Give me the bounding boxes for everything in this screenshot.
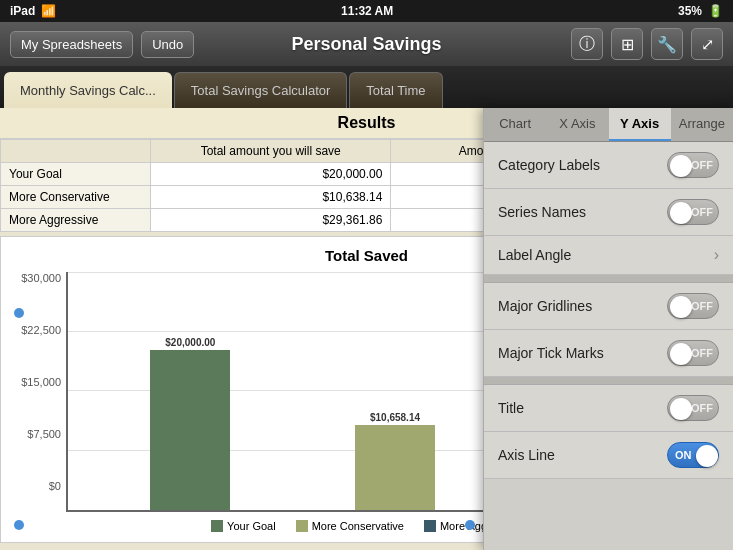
legend-label-goal: Your Goal (227, 520, 276, 532)
series-names-label: Series Names (498, 204, 586, 220)
col-header-total: Total amount you will save (151, 140, 391, 163)
category-labels-toggle-text: OFF (691, 159, 713, 171)
major-tick-marks-toggle-thumb (670, 343, 692, 365)
axis-line-label: Axis Line (498, 447, 555, 463)
fullscreen-button[interactable]: ⤢ (691, 28, 723, 60)
battery-icon: 🔋 (708, 4, 723, 18)
row-label-goal: Your Goal (1, 163, 151, 186)
selection-handle-br[interactable] (465, 520, 475, 530)
panel-tab-y-axis[interactable]: Y Axis (609, 108, 671, 141)
battery-label: 35% (678, 4, 702, 18)
bar-group-conservative: $10,658.14 (355, 412, 435, 510)
series-names-toggle-thumb (670, 202, 692, 224)
panel-tab-bar: Chart X Axis Y Axis Arrange (484, 108, 733, 142)
title-toggle-text: OFF (691, 402, 713, 414)
main-content: Results Total amount you will save Amoun… (0, 108, 733, 550)
legend-label-conservative: More Conservative (312, 520, 404, 532)
axis-line-toggle-text: ON (675, 449, 692, 461)
row-total-goal: $20,000.00 (151, 163, 391, 186)
panel-row-major-gridlines: Major Gridlines OFF (484, 283, 733, 330)
device-label: iPad (10, 4, 35, 18)
status-bar: iPad 📶 11:32 AM 35% 🔋 (0, 0, 733, 22)
info-icon: ⓘ (579, 34, 595, 55)
image-icon: ⊞ (621, 35, 634, 54)
panel-spacer-1 (484, 275, 733, 283)
panel-tab-y-axis-label: Y Axis (620, 116, 659, 131)
bar-conservative (355, 425, 435, 510)
toolbar: My Spreadsheets Undo Personal Savings ⓘ … (0, 22, 733, 66)
series-names-toggle[interactable]: OFF (667, 199, 719, 225)
fullscreen-icon: ⤢ (701, 35, 714, 54)
tab-total-savings[interactable]: Total Savings Calculator (174, 72, 347, 108)
major-tick-marks-toggle[interactable]: OFF (667, 340, 719, 366)
bar-group-goal: $20,000.00 (150, 337, 230, 510)
row-total-aggressive: $29,361.86 (151, 209, 391, 232)
panel-row-major-tick-marks: Major Tick Marks OFF (484, 330, 733, 377)
label-angle-label: Label Angle (498, 247, 571, 263)
axis-line-toggle-thumb (696, 445, 718, 467)
bar-label-goal: $20,000.00 (165, 337, 215, 348)
title-label: Title (498, 400, 524, 416)
info-button[interactable]: ⓘ (571, 28, 603, 60)
time-display: 11:32 AM (341, 4, 393, 18)
panel-row-series-names: Series Names OFF (484, 189, 733, 236)
status-left: iPad 📶 (10, 4, 56, 18)
title-toggle[interactable]: OFF (667, 395, 719, 421)
y-label-4: $0 (11, 480, 61, 492)
bar-goal (150, 350, 230, 510)
major-tick-marks-toggle-text: OFF (691, 347, 713, 359)
toolbar-right-icons: ⓘ ⊞ 🔧 ⤢ (571, 28, 723, 60)
panel-tab-chart-label: Chart (499, 116, 531, 131)
major-gridlines-toggle-text: OFF (691, 300, 713, 312)
legend-item-goal: Your Goal (211, 520, 276, 532)
label-angle-chevron: › (714, 246, 719, 264)
document-title: Personal Savings (291, 34, 441, 55)
tab-monthly-savings[interactable]: Monthly Savings Calc... (4, 72, 172, 108)
panel-tab-arrange-label: Arrange (679, 116, 725, 131)
row-label-aggressive: More Aggressive (1, 209, 151, 232)
panel-tab-arrange[interactable]: Arrange (671, 108, 733, 141)
panel-tab-x-axis[interactable]: X Axis (546, 108, 608, 141)
tab-total-savings-label: Total Savings Calculator (191, 83, 330, 98)
panel-row-label-angle[interactable]: Label Angle › (484, 236, 733, 275)
wrench-button[interactable]: 🔧 (651, 28, 683, 60)
tab-total-time-label: Total Time (366, 83, 425, 98)
y-label-0: $30,000 (11, 272, 61, 284)
bar-label-conservative: $10,658.14 (370, 412, 420, 423)
selection-handle-bl[interactable] (14, 520, 24, 530)
legend-color-conservative (296, 520, 308, 532)
legend-color-goal (211, 520, 223, 532)
image-button[interactable]: ⊞ (611, 28, 643, 60)
selection-handle-ml[interactable] (14, 308, 24, 318)
y-label-1: $22,500 (11, 324, 61, 336)
y-label-3: $7,500 (11, 428, 61, 440)
major-gridlines-label: Major Gridlines (498, 298, 592, 314)
tab-monthly-savings-label: Monthly Savings Calc... (20, 83, 156, 98)
tab-bar: Monthly Savings Calc... Total Savings Ca… (0, 66, 733, 108)
category-labels-toggle[interactable]: OFF (667, 152, 719, 178)
title-toggle-thumb (670, 398, 692, 420)
category-labels-label: Category Labels (498, 157, 600, 173)
row-total-conservative: $10,638.14 (151, 186, 391, 209)
chart-options-panel: Chart X Axis Y Axis Arrange Category Lab… (483, 108, 733, 550)
major-gridlines-toggle[interactable]: OFF (667, 293, 719, 319)
legend-item-conservative: More Conservative (296, 520, 404, 532)
y-label-2: $15,000 (11, 376, 61, 388)
panel-row-axis-line: Axis Line ON (484, 432, 733, 479)
my-spreadsheets-button[interactable]: My Spreadsheets (10, 31, 133, 58)
legend-color-aggressive (424, 520, 436, 532)
wifi-icon: 📶 (41, 4, 56, 18)
undo-button[interactable]: Undo (141, 31, 194, 58)
panel-tab-x-axis-label: X Axis (559, 116, 595, 131)
axis-line-toggle[interactable]: ON (667, 442, 719, 468)
row-label-conservative: More Conservative (1, 186, 151, 209)
panel-row-title: Title OFF (484, 385, 733, 432)
tab-total-time[interactable]: Total Time (349, 72, 442, 108)
col-header-empty (1, 140, 151, 163)
series-names-toggle-text: OFF (691, 206, 713, 218)
major-gridlines-toggle-thumb (670, 296, 692, 318)
wrench-icon: 🔧 (657, 35, 677, 54)
category-labels-toggle-thumb (670, 155, 692, 177)
status-right: 35% 🔋 (678, 4, 723, 18)
panel-tab-chart[interactable]: Chart (484, 108, 546, 141)
